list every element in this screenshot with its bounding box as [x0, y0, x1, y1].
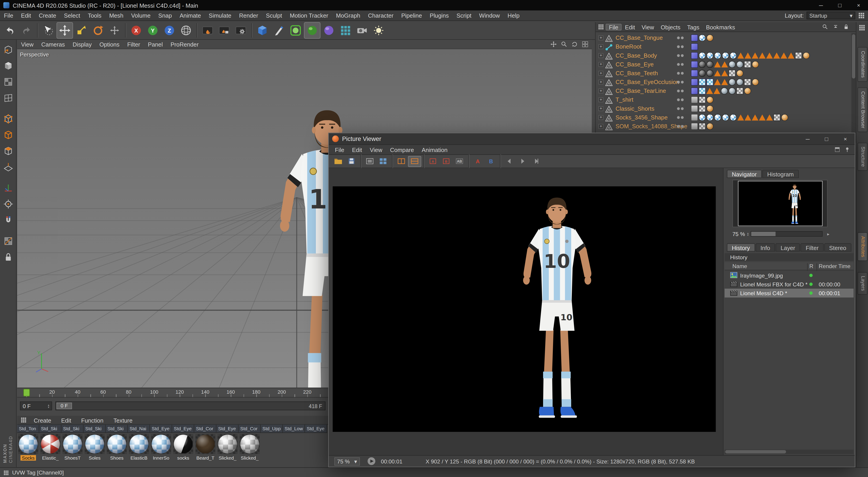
menu-script[interactable]: Script — [453, 12, 475, 19]
object-row[interactable]: +BoneRoot — [595, 42, 851, 51]
texture-tag-icon[interactable] — [714, 113, 721, 121]
layout-grid-icon[interactable] — [858, 12, 865, 19]
visibility-dots[interactable] — [677, 80, 683, 83]
render-visibility-dot[interactable] — [681, 54, 683, 57]
menu-sculpt[interactable]: Sculpt — [262, 12, 286, 19]
viewport-menu-display[interactable]: Display — [69, 41, 96, 47]
material-menu-create[interactable]: Create — [29, 417, 56, 423]
material-menu-edit[interactable]: Edit — [56, 417, 76, 423]
info-tab[interactable]: Info — [755, 243, 775, 251]
z-axis-button[interactable]: Z — [161, 22, 178, 38]
redo-button[interactable] — [18, 22, 35, 38]
subdivision-surface-button[interactable] — [287, 22, 304, 38]
menu-create[interactable]: Create — [35, 12, 60, 19]
window-close-button[interactable]: × — [849, 0, 868, 11]
object-manager-menu-icon[interactable] — [598, 24, 604, 30]
material-tag-icon[interactable] — [691, 96, 698, 103]
expand-icon[interactable]: + — [598, 115, 603, 120]
texture-tag-icon[interactable] — [699, 52, 706, 59]
render-visibility-dot[interactable] — [681, 107, 683, 110]
simulate-cloth-button[interactable] — [304, 22, 320, 38]
editor-visibility-dot[interactable] — [677, 72, 680, 74]
polygon-selection-tag-icon[interactable] — [773, 53, 780, 59]
display-tag-icon[interactable] — [736, 69, 743, 76]
window-minimize-button[interactable]: ─ — [811, 0, 830, 11]
object-row[interactable]: +CC_Base_Eye — [595, 60, 851, 68]
viewport-menu-view[interactable]: View — [17, 41, 37, 47]
visibility-dots[interactable] — [677, 89, 683, 92]
volume-builder-button[interactable] — [320, 22, 337, 38]
stereo-tab[interactable]: Stereo — [824, 243, 851, 251]
render-visibility-dot[interactable] — [681, 45, 683, 48]
polygon-selection-tag-icon[interactable] — [737, 114, 744, 121]
texture-tag-icon[interactable] — [699, 113, 706, 121]
texture-tag-icon[interactable] — [722, 52, 729, 59]
render-visibility-dot[interactable] — [681, 36, 683, 39]
polygon-selection-tag-icon[interactable] — [737, 53, 744, 59]
object-row[interactable]: +SOM_Socks_14088_Shape — [595, 122, 851, 131]
scroll-up-button[interactable] — [831, 23, 840, 31]
material-name-tab[interactable]: Std_Ski — [106, 424, 128, 433]
material-thumbnail[interactable] — [195, 434, 215, 454]
uvw-tag-icon[interactable] — [728, 69, 736, 76]
rotate-view-button[interactable] — [570, 41, 579, 48]
material-name-tab[interactable]: Std_Cor — [194, 424, 216, 433]
object-row[interactable]: +T_shirt — [595, 95, 851, 104]
histogram-tab[interactable]: Histogram — [762, 170, 799, 178]
polygon-selection-tag-icon[interactable] — [745, 53, 751, 59]
render-visibility-dot[interactable] — [681, 125, 683, 127]
material-name-tab[interactable]: Std_Nai — [128, 424, 150, 433]
polygon-selection-tag-icon[interactable] — [752, 114, 758, 121]
save-image-button[interactable] — [345, 156, 358, 167]
object-manager-menu-tags[interactable]: Tags — [684, 24, 703, 30]
editor-visibility-dot[interactable] — [677, 89, 680, 92]
material-tag-icon[interactable] — [691, 105, 698, 112]
material-thumbnail[interactable] — [129, 434, 149, 454]
weight-tag-icon[interactable] — [691, 61, 698, 68]
picture-viewer-close-button[interactable]: × — [836, 133, 855, 144]
material-thumbnail[interactable] — [151, 434, 171, 454]
object-axis-mode-button[interactable] — [1, 181, 16, 195]
polygon-selection-tag-icon[interactable] — [706, 88, 713, 94]
weight-tag-icon[interactable] — [691, 69, 698, 76]
render-visibility-dot[interactable] — [681, 72, 683, 74]
menu-render[interactable]: Render — [235, 12, 262, 19]
display-tag-icon[interactable] — [752, 78, 759, 86]
material-name-tab[interactable]: Std_Ski — [39, 424, 62, 433]
uvw-tag-icon[interactable] — [699, 105, 706, 112]
uv-edit-mode-button[interactable] — [1, 91, 16, 105]
camera-button[interactable] — [353, 22, 370, 38]
zoom-stepper[interactable]: ▴▾ — [747, 232, 749, 236]
object-manager-scrollbar[interactable] — [851, 33, 856, 143]
render-settings-button[interactable] — [232, 22, 249, 38]
mograph-array-button[interactable] — [337, 22, 353, 38]
menu-pipeline[interactable]: Pipeline — [398, 12, 426, 19]
material-tag-icon[interactable] — [706, 61, 714, 68]
pin-button[interactable] — [843, 146, 851, 153]
polygon-selection-tag-icon[interactable] — [766, 53, 773, 59]
set-image-b-button[interactable]: B — [439, 156, 453, 167]
expand-icon[interactable]: + — [598, 97, 603, 102]
open-image-button[interactable] — [332, 156, 345, 167]
freehand-spline-button[interactable] — [271, 22, 287, 38]
material-name-tab[interactable]: Std_Ton — [17, 424, 39, 433]
texture-tag-icon[interactable] — [699, 34, 706, 41]
texture-tag-icon[interactable] — [706, 113, 714, 121]
material-thumbnail[interactable] — [85, 434, 105, 454]
swap-ab-button[interactable]: AB — [453, 156, 466, 167]
rotate-button[interactable] — [90, 22, 106, 38]
menu-tools[interactable]: Tools — [84, 12, 105, 19]
material-item[interactable]: Shoes — [106, 434, 128, 467]
polygon-selection-tag-icon[interactable] — [788, 53, 794, 59]
polygon-selection-tag-icon[interactable] — [766, 114, 773, 121]
menu-volume[interactable]: Volume — [127, 12, 154, 19]
visibility-dots[interactable] — [677, 107, 683, 110]
editor-visibility-dot[interactable] — [677, 80, 680, 83]
column-name[interactable]: Name — [732, 263, 747, 269]
phong-tag-icon[interactable] — [736, 61, 743, 68]
picture-viewer-canvas[interactable] — [329, 168, 723, 456]
editor-visibility-dot[interactable] — [677, 36, 680, 39]
workplane-mode-button[interactable] — [1, 160, 16, 174]
prev-image-button[interactable] — [503, 156, 516, 167]
phong-tag-icon[interactable] — [728, 78, 736, 86]
